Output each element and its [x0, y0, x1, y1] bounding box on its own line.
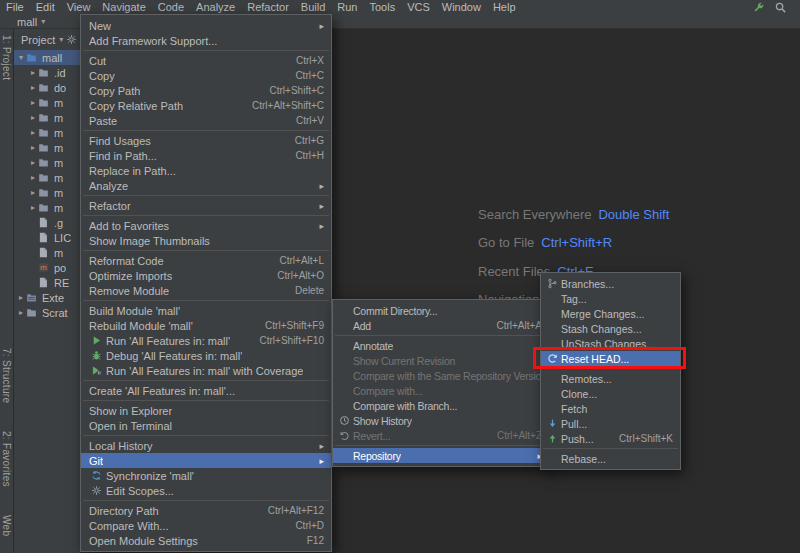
menu-item-run-all-features-in-mall-with-coverage[interactable]: Run 'All Features in: mall' with Coverag… [81, 363, 331, 378]
menu-item-paste[interactable]: PasteCtrl+V [81, 113, 331, 128]
wrench-icon[interactable] [752, 1, 765, 14]
menu-item-open-in-terminal[interactable]: Open in Terminal [81, 418, 331, 433]
menubar-item-file[interactable]: File [0, 0, 30, 15]
tree-item-m[interactable]: ▸m [14, 95, 80, 110]
menu-item-compare-with[interactable]: Compare With...Ctrl+D [81, 518, 331, 533]
menu-item-open-module-settings[interactable]: Open Module SettingsF12 [81, 533, 331, 548]
menu-item-rebase[interactable]: Rebase... [541, 451, 680, 466]
collapsed-arrow-icon[interactable]: ▸ [28, 68, 38, 77]
tree-item-m[interactable]: ▸m [14, 110, 80, 125]
menu-item-debug-all-features-in-mall[interactable]: Debug 'All Features in: mall' [81, 348, 331, 363]
menu-item-fetch[interactable]: Fetch [541, 401, 680, 416]
menu-item-create-all-features-in-mall[interactable]: Create 'All Features in: mall'... [81, 383, 331, 398]
menu-item-new[interactable]: New▸ [81, 18, 331, 33]
collapsed-arrow-icon[interactable]: ▸ [28, 158, 38, 167]
menubar-item-analyze[interactable]: Analyze [190, 0, 241, 15]
collapsed-arrow-icon[interactable]: ▸ [28, 203, 38, 212]
menu-item-build-module-mall[interactable]: Build Module 'mall' [81, 303, 331, 318]
menu-item-edit-scopes[interactable]: Edit Scopes... [81, 483, 331, 498]
menubar-item-vcs[interactable]: VCS [401, 0, 436, 15]
menubar-item-run[interactable]: Run [331, 0, 363, 15]
tree-item-po[interactable]: mpo [14, 260, 80, 275]
menu-item-add[interactable]: AddCtrl+Alt+A [333, 318, 549, 333]
menu-item-tag[interactable]: Tag... [541, 291, 680, 306]
tool-button-favorites[interactable]: 2: Favorites [1, 428, 12, 490]
tree-item-m[interactable]: ▸m [14, 155, 80, 170]
tree-item-m[interactable]: ▸m [14, 200, 80, 215]
tree-item-scrat[interactable]: ▸Scrat [14, 305, 80, 320]
tree-item-m[interactable]: ▸m [14, 140, 80, 155]
navbar-project-crumb[interactable]: mall [17, 16, 37, 28]
menubar-item-refactor[interactable]: Refactor [241, 0, 295, 15]
tool-button-web[interactable]: Web [1, 512, 12, 539]
tree-item-m[interactable]: ▸m [14, 170, 80, 185]
menu-item-add-framework-support[interactable]: Add Framework Support... [81, 33, 331, 48]
collapsed-arrow-icon[interactable]: ▸ [16, 308, 26, 317]
menu-item-pull[interactable]: Pull... [541, 416, 680, 431]
menu-item-local-history[interactable]: Local History▸ [81, 438, 331, 453]
tree-item-m[interactable]: ▸m [14, 125, 80, 140]
collapsed-arrow-icon[interactable]: ▸ [28, 128, 38, 137]
menu-item-show-history[interactable]: Show History [333, 413, 549, 428]
menu-item-push[interactable]: Push...Ctrl+Shift+K [541, 431, 680, 446]
tool-button-structure[interactable]: 7: Structure [1, 345, 12, 406]
menu-item-commit-directory[interactable]: Commit Directory... [333, 303, 549, 318]
collapsed-arrow-icon[interactable]: ▸ [28, 113, 38, 122]
menu-item-copy[interactable]: CopyCtrl+C [81, 68, 331, 83]
tree-item-exte[interactable]: ▸Exte [14, 290, 80, 305]
menu-item-repository[interactable]: Repository▸ [333, 448, 549, 463]
tree-item-re[interactable]: RE [14, 275, 80, 290]
tool-button-project[interactable]: 1: Project [1, 32, 12, 83]
menubar-item-view[interactable]: View [61, 0, 97, 15]
search-icon[interactable] [774, 1, 787, 14]
tree-item-g[interactable]: .g [14, 215, 80, 230]
collapsed-arrow-icon[interactable]: ▸ [28, 188, 38, 197]
collapsed-arrow-icon[interactable]: ▸ [28, 173, 38, 182]
menu-item-remove-module[interactable]: Remove ModuleDelete [81, 283, 331, 298]
menubar-item-navigate[interactable]: Navigate [96, 0, 151, 15]
gear-icon[interactable] [66, 34, 77, 45]
tree-item-lic[interactable]: LIC [14, 230, 80, 245]
menu-item-annotate[interactable]: Annotate [333, 338, 549, 353]
menu-item-analyze[interactable]: Analyze▸ [81, 178, 331, 193]
menubar-item-code[interactable]: Code [152, 0, 190, 15]
collapsed-arrow-icon[interactable]: ▸ [28, 143, 38, 152]
menubar-item-edit[interactable]: Edit [30, 0, 61, 15]
menu-item-merge-changes[interactable]: Merge Changes... [541, 306, 680, 321]
menu-item-stash-changes[interactable]: Stash Changes... [541, 321, 680, 336]
tree-item-m[interactable]: m [14, 245, 80, 260]
menu-item-clone[interactable]: Clone... [541, 386, 680, 401]
menu-item-branches[interactable]: Branches... [541, 276, 680, 291]
tree-item-m[interactable]: ▸m [14, 185, 80, 200]
collapsed-arrow-icon[interactable]: ▸ [28, 83, 38, 92]
project-panel-title[interactable]: Project [21, 34, 55, 46]
menu-item-remotes[interactable]: Remotes... [541, 371, 680, 386]
collapsed-arrow-icon[interactable]: ▸ [28, 98, 38, 107]
menu-item-find-in-path[interactable]: Find in Path...Ctrl+H [81, 148, 331, 163]
collapsed-arrow-icon[interactable]: ▸ [16, 293, 26, 302]
menu-item-show-in-explorer[interactable]: Show in Explorer [81, 403, 331, 418]
menu-item-refactor[interactable]: Refactor▸ [81, 198, 331, 213]
menu-item-synchronize-mall[interactable]: Synchronize 'mall' [81, 468, 331, 483]
menubar-item-help[interactable]: Help [487, 0, 522, 15]
tree-item-id[interactable]: ▸.id [14, 65, 80, 80]
menu-item-copy-path[interactable]: Copy PathCtrl+Shift+C [81, 83, 331, 98]
menu-item-show-image-thumbnails[interactable]: Show Image Thumbnails [81, 233, 331, 248]
menu-item-run-all-features-in-mall[interactable]: Run 'All Features in: mall'Ctrl+Shift+F1… [81, 333, 331, 348]
menu-item-compare-with-branch[interactable]: Compare with Branch... [333, 398, 549, 413]
menu-item-find-usages[interactable]: Find UsagesCtrl+G [81, 133, 331, 148]
menubar-item-window[interactable]: Window [436, 0, 487, 15]
menu-item-rebuild-module-mall[interactable]: Rebuild Module 'mall'Ctrl+Shift+F9 [81, 318, 331, 333]
menu-item-cut[interactable]: CutCtrl+X [81, 53, 331, 68]
menubar-item-tools[interactable]: Tools [363, 0, 401, 15]
menu-item-directory-path[interactable]: Directory PathCtrl+Alt+F12 [81, 503, 331, 518]
menu-item-optimize-imports[interactable]: Optimize ImportsCtrl+Alt+O [81, 268, 331, 283]
menu-item-replace-in-path[interactable]: Replace in Path... [81, 163, 331, 178]
tree-item-do[interactable]: ▸do [14, 80, 80, 95]
tree-item-mall[interactable]: ▾mall [14, 50, 80, 65]
menu-item-copy-relative-path[interactable]: Copy Relative PathCtrl+Alt+Shift+C [81, 98, 331, 113]
menu-item-git[interactable]: Git▸ [81, 453, 331, 468]
expanded-arrow-icon[interactable]: ▾ [16, 53, 26, 62]
menubar-item-build[interactable]: Build [295, 0, 331, 15]
menu-item-reformat-code[interactable]: Reformat CodeCtrl+Alt+L [81, 253, 331, 268]
